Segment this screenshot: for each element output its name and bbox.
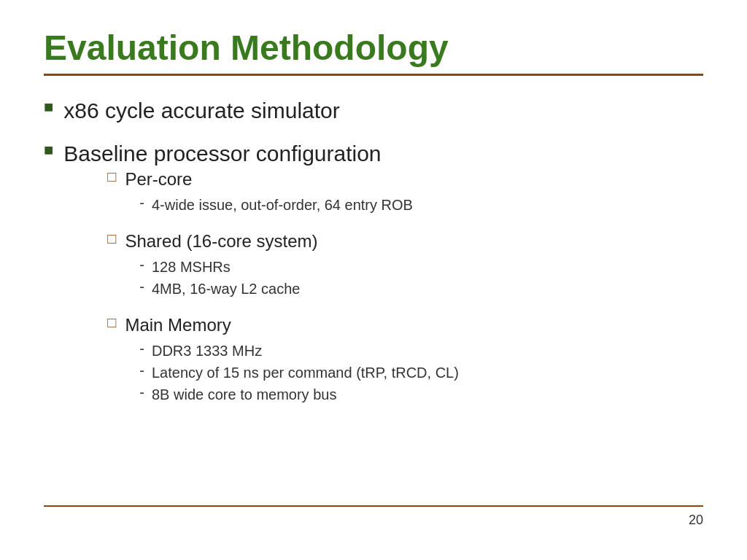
shared-items: - 128 MSHRs - 4MB, 16-way L2 cache [139,257,703,299]
title-divider [44,74,703,76]
bullet-2: ■ Baseline processor configuration □ Per… [44,139,703,420]
shared-item-2-text: 4MB, 16-way L2 cache [152,279,300,299]
mainmemory-item-3: - 8B wide core to memory bus [139,384,703,405]
bullet-2-2-text: Shared (16-core system) [125,230,317,252]
slide-container: Evaluation Methodology ■ x86 cycle accur… [0,0,747,560]
bullet-2-icon: ■ [44,141,53,160]
shared-item-1-text: 128 MSHRs [152,257,231,277]
bullet-2-3-icon: □ [107,314,116,331]
sub-section-shared: □ Shared (16-core system) - 128 MSHRs - … [107,230,703,303]
percore-item-1: - 4-wide issue, out-of-order, 64 entry R… [139,195,703,215]
bullet-1: ■ x86 cycle accurate simulator [44,96,703,125]
bottom-divider [44,505,703,507]
bullet-2-3-text: Main Memory [125,314,231,336]
mainmemory-items: - DDR3 1333 MHz - Latency of 15 ns per c… [139,341,703,405]
page-number: 20 [44,513,703,531]
percore-items: - 4-wide issue, out-of-order, 64 entry R… [139,195,703,215]
mainmemory-dash-3: - [139,384,144,401]
mainmemory-item-1-text: DDR3 1333 MHz [152,341,262,361]
bullet-2-1-icon: □ [107,168,116,185]
shared-item-2: - 4MB, 16-way L2 cache [139,279,703,299]
slide-content: ■ x86 cycle accurate simulator ■ Baselin… [44,96,703,505]
bullet-2-text: Baseline processor configuration [63,139,703,168]
bullet-2-3: □ Main Memory [107,314,703,336]
percore-item-1-text: 4-wide issue, out-of-order, 64 entry ROB [152,195,413,215]
bullet-1-icon: ■ [44,98,53,117]
bullet-2-2-icon: □ [107,230,116,247]
mainmemory-dash-1: - [139,341,144,357]
mainmemory-item-3-text: 8B wide core to memory bus [152,384,336,405]
mainmemory-item-2: - Latency of 15 ns per command (tRP, tRC… [139,362,703,383]
mainmemory-item-1: - DDR3 1333 MHz [139,341,703,361]
bullet-2-1: □ Per-core [107,168,703,190]
percore-dash-1: - [139,195,144,211]
shared-item-1: - 128 MSHRs [139,257,703,277]
slide-title: Evaluation Methodology [44,29,703,68]
bullet-2-1-text: Per-core [125,168,192,190]
shared-dash-2: - [139,279,144,295]
mainmemory-item-2-text: Latency of 15 ns per command (tRP, tRCD,… [152,362,459,383]
mainmemory-dash-2: - [139,362,144,379]
sub-section-mainmemory: □ Main Memory - DDR3 1333 MHz - Latency … [107,314,703,409]
shared-dash-1: - [139,257,144,273]
bullet-1-text: x86 cycle accurate simulator [63,96,340,125]
bullet-2-2: □ Shared (16-core system) [107,230,703,252]
sub-section-percore: □ Per-core - 4-wide issue, out-of-order,… [107,168,703,219]
